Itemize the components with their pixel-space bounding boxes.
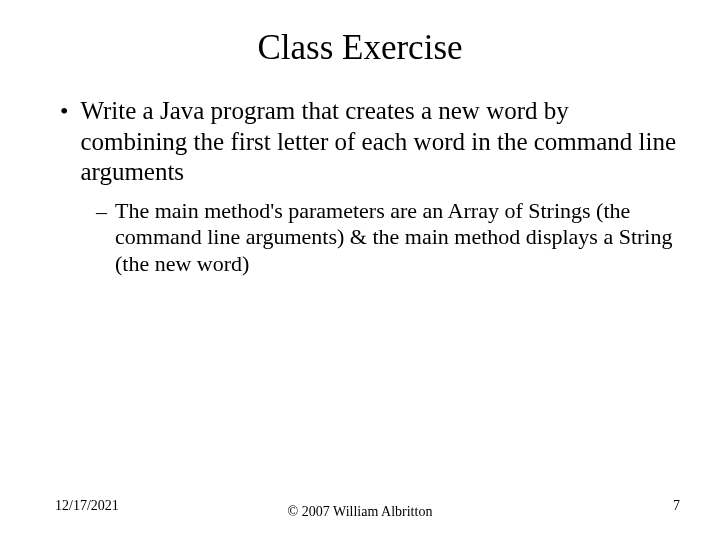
slide-title: Class Exercise [40, 28, 680, 68]
slide-footer: 12/17/2021 © 2007 William Albritton 7 [0, 498, 720, 514]
footer-page-number: 7 [673, 498, 680, 514]
sub-bullet-item: – The main method's parameters are an Ar… [60, 198, 680, 278]
sub-bullet-marker: – [96, 198, 107, 225]
slide-content: • Write a Java program that creates a ne… [40, 96, 680, 278]
bullet-text: Write a Java program that creates a new … [80, 96, 680, 188]
sub-bullet-text: The main method's parameters are an Arra… [115, 198, 680, 278]
slide: Class Exercise • Write a Java program th… [0, 0, 720, 540]
footer-date: 12/17/2021 [55, 498, 119, 514]
footer-copyright: © 2007 William Albritton [288, 504, 433, 520]
bullet-item: • Write a Java program that creates a ne… [60, 96, 680, 188]
bullet-marker: • [60, 96, 68, 126]
